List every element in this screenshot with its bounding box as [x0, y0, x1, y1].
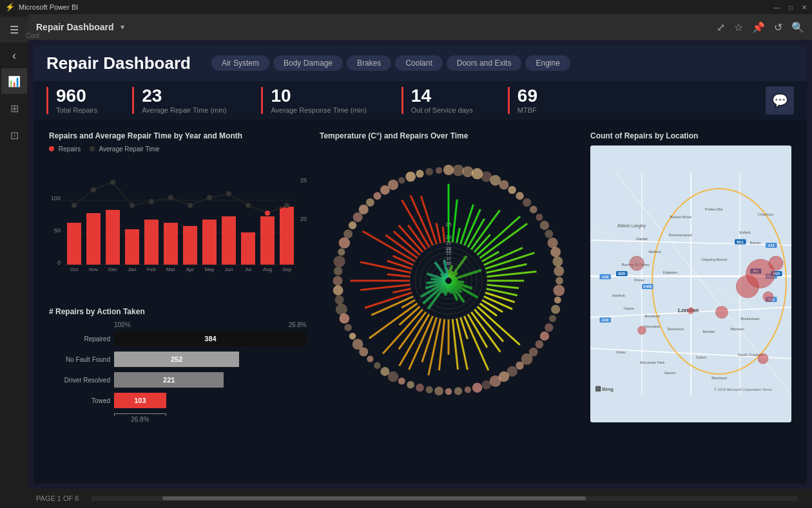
sidebar-item-reports[interactable]: 📊: [1, 68, 27, 94]
svg-text:15: 15: [446, 251, 451, 256]
expand-icon[interactable]: ⤢: [717, 21, 725, 33]
svg-line-140: [487, 285, 519, 288]
kpi-out-of-service: 14 Out of Service days: [401, 87, 488, 114]
svg-text:Epsom: Epsom: [664, 371, 676, 375]
svg-text:Cheshunt: Cheshunt: [758, 212, 773, 216]
svg-point-29: [246, 203, 251, 208]
toolbar-actions: ⤢ ☆ 📌 ↺ 🔍: [717, 21, 804, 33]
svg-point-109: [338, 249, 345, 256]
svg-point-31: [284, 203, 289, 208]
svg-line-145: [480, 303, 498, 315]
svg-text:0: 0: [57, 259, 61, 266]
svg-point-120: [405, 171, 416, 182]
svg-point-293: [758, 353, 768, 364]
bar-axis-marker: 26.8%: [114, 413, 307, 423]
svg-rect-15: [202, 220, 217, 265]
dashboard-title: Repair Dashboard: [46, 53, 191, 73]
tab-doors-exits[interactable]: Doors and Exits: [447, 55, 522, 71]
maximize-btn[interactable]: □: [789, 4, 793, 11]
kpi-label-oos: Out of Service days: [411, 106, 473, 114]
svg-rect-11: [125, 229, 139, 265]
svg-text:20: 20: [446, 246, 451, 250]
svg-text:Chipping Barnet: Chipping Barnet: [701, 258, 728, 261]
pct-268: 26.8%: [289, 321, 307, 328]
svg-text:Barnet: Barnet: [750, 241, 761, 245]
page-indicator: PAGE 1 OF 6: [36, 494, 79, 502]
scrollbar-thumb[interactable]: [162, 496, 586, 500]
svg-point-104: [335, 296, 344, 305]
title-chevron[interactable]: ▾: [121, 23, 124, 32]
refresh-icon[interactable]: ↺: [774, 21, 782, 33]
svg-text:Bricket Wood: Bricket Wood: [670, 215, 691, 219]
circular-svg: 25 20 15 10 5 0 2520151050: [333, 165, 565, 397]
svg-text:10: 10: [446, 256, 451, 261]
bar-chart: 0 50 100 25 20: [49, 156, 307, 298]
svg-point-26: [188, 203, 193, 208]
favorite-icon[interactable]: ☆: [734, 21, 743, 33]
svg-point-123: [436, 167, 442, 174]
svg-text:A406: A406: [643, 285, 652, 288]
svg-line-132: [478, 216, 520, 255]
svg-text:Jul: Jul: [245, 267, 251, 272]
svg-rect-19: [280, 207, 294, 265]
svg-text:Feb: Feb: [147, 267, 156, 272]
svg-point-63: [536, 214, 543, 221]
kpi-value-repairs: 960: [56, 87, 97, 105]
search-icon[interactable]: 🔍: [791, 21, 804, 33]
kpi-avg-repair-time: 23 Average Repair Time (min): [132, 87, 242, 114]
svg-point-110: [339, 237, 350, 248]
svg-text:Richmond: Richmond: [667, 327, 683, 331]
pin-icon[interactable]: 📌: [752, 21, 765, 33]
svg-text:Edgware: Edgware: [663, 270, 677, 274]
hamburger-icon: ☰: [10, 24, 19, 36]
bar-row-repaired: Repaired 384: [49, 331, 307, 346]
window-controls[interactable]: — □ ✕: [773, 4, 807, 11]
tab-coolant[interactable]: Coolant: [395, 55, 442, 71]
kpi-value-mtbf: 69: [517, 87, 537, 105]
svg-point-20: [72, 203, 77, 208]
svg-line-183: [443, 227, 445, 242]
minimize-btn[interactable]: —: [773, 4, 780, 11]
tab-body-damage[interactable]: Body Damage: [273, 55, 343, 71]
svg-line-146: [478, 306, 520, 345]
svg-point-62: [530, 206, 537, 214]
reports-icon: 📊: [8, 75, 21, 88]
svg-text:Borehamwood: Borehamwood: [669, 233, 692, 237]
bar-row-towed: Towed 103: [49, 393, 307, 408]
data-icon: ⊞: [10, 102, 19, 115]
svg-text:Hayes: Hayes: [624, 306, 634, 310]
svg-point-105: [333, 285, 343, 296]
svg-point-112: [349, 221, 356, 229]
sidebar-item-data[interactable]: ⊞: [1, 95, 27, 121]
svg-point-66: [547, 238, 557, 248]
svg-point-77: [536, 340, 544, 348]
svg-line-161: [383, 310, 423, 354]
svg-text:Oct: Oct: [70, 267, 79, 272]
sidebar-item-model[interactable]: ⊡: [1, 122, 27, 148]
svg-text:Sutton: Sutton: [696, 355, 706, 359]
svg-rect-12: [144, 220, 159, 265]
tab-engine[interactable]: Engine: [525, 55, 570, 71]
svg-point-92: [407, 381, 414, 389]
svg-rect-13: [164, 223, 178, 265]
svg-text:M11: M11: [737, 240, 744, 244]
back-button[interactable]: ‹: [0, 44, 28, 67]
svg-text:Dec: Dec: [108, 267, 117, 272]
scrollbar-area[interactable]: [92, 496, 798, 501]
svg-point-27: [207, 195, 212, 200]
map-title: Count of Repairs by Location: [590, 131, 791, 140]
svg-text:Aug: Aug: [263, 267, 272, 272]
tab-air-system[interactable]: Air System: [211, 55, 269, 71]
svg-point-106: [333, 276, 342, 285]
bar-fill-driver: 221: [114, 372, 224, 388]
hamburger-menu[interactable]: ☰: [0, 17, 28, 42]
bar-chart-svg: 0 50 100 25 20: [49, 156, 307, 272]
tab-brakes[interactable]: Brakes: [347, 55, 391, 71]
kpi-label-avg-response: Average Response Time (min): [271, 106, 366, 114]
close-btn[interactable]: ✕: [802, 4, 807, 11]
svg-text:Abbots Langley: Abbots Langley: [617, 223, 646, 229]
svg-point-91: [416, 384, 424, 392]
svg-text:© 2018 Microsoft Corporation  : © 2018 Microsoft Corporation Terms: [714, 388, 772, 391]
svg-line-130: [471, 210, 499, 249]
chat-button[interactable]: 💬: [766, 86, 794, 115]
